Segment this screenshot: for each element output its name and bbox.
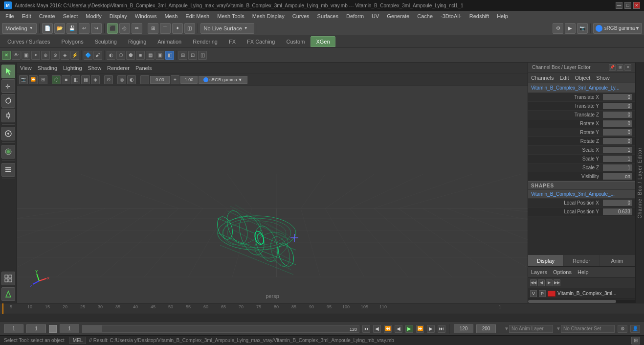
save-file-btn[interactable]: 💾 (67, 23, 77, 34)
script-type[interactable]: MEL (69, 337, 87, 344)
show-manipulator-btn[interactable]: ⚡ (70, 51, 79, 60)
vp-shadow-btn[interactable]: ◈ (91, 75, 100, 84)
open-file-btn[interactable]: 📂 (54, 23, 65, 34)
layer-visibility-btn[interactable]: V (530, 290, 537, 297)
render-settings-btn[interactable]: ⚙ (553, 23, 563, 34)
layer-scroll[interactable] (528, 299, 635, 303)
minimize-btn[interactable]: — (616, 2, 622, 9)
sculpt-btn[interactable]: 🔷 (84, 51, 92, 60)
dt-tab-render[interactable]: Render (564, 255, 600, 266)
menu-surfaces[interactable]: Surfaces (314, 12, 342, 20)
res-btn[interactable]: ◫ (198, 51, 207, 60)
vp-gamma-value[interactable]: 1.00 (180, 76, 198, 84)
channel-float-btn[interactable]: ⊞ (617, 64, 623, 71)
vp-grid-toggle-btn[interactable]: ⊞ (39, 75, 47, 84)
vp-lighting[interactable]: Lighting (63, 65, 82, 71)
menu-file[interactable]: File (2, 12, 18, 20)
menu-windows[interactable]: Windows (132, 12, 160, 20)
eye-btn[interactable]: 👁 (12, 51, 21, 60)
next-key-btn[interactable]: ⏩ (416, 325, 424, 333)
vp-exposure-value[interactable]: 0.00 (150, 76, 170, 84)
menu-help[interactable]: Help (493, 12, 511, 20)
xray-btn[interactable]: ◐ (107, 51, 115, 60)
snap-grid-btn[interactable]: ⊞ (148, 23, 158, 34)
snap-point-btn[interactable]: ✦ (172, 23, 183, 34)
rotate-tool-sidebar-btn[interactable] (1, 94, 15, 108)
vp-exposure-plus-btn[interactable]: + (171, 75, 179, 84)
menu-cache[interactable]: Cache (414, 12, 436, 20)
skip-to-end-btn[interactable]: ⏭ (438, 325, 445, 333)
rotate-tool-btn[interactable]: ⊕ (41, 51, 50, 60)
menu-generate[interactable]: Generate (383, 12, 413, 20)
menu-mesh-display[interactable]: Mesh Display (249, 12, 288, 20)
bounding-btn[interactable]: ▣ (155, 51, 164, 60)
solid-btn[interactable]: ■ (136, 51, 145, 60)
scale-tool-sidebar-btn[interactable] (1, 109, 15, 122)
menu-mesh-tools[interactable]: Mesh Tools (214, 12, 247, 20)
paint-attr-btn[interactable]: 🖌 (93, 51, 102, 60)
vp-shading[interactable]: Shading (38, 65, 57, 71)
tab-fx-caching[interactable]: FX Caching (242, 36, 280, 47)
undo-btn[interactable]: ↩ (79, 23, 89, 34)
vp-light-shaded-btn[interactable]: ◧ (71, 75, 80, 84)
menu-deform[interactable]: Deform (343, 12, 367, 20)
frame-input-2[interactable] (60, 324, 79, 333)
last-tool-btn[interactable] (1, 127, 15, 140)
vp-exposure-minus-btn[interactable]: — (140, 75, 149, 84)
wireframe-btn[interactable]: ⬡ (116, 51, 125, 60)
vp-smooth-btn[interactable]: ◎ (117, 75, 126, 84)
ch-value-scale-x[interactable]: 1 (603, 147, 632, 153)
ch-menu-channels[interactable]: Channels (531, 75, 554, 81)
char-set-display[interactable]: No Character Set (561, 325, 615, 333)
viewport-canvas[interactable]: persp X Y Z (17, 86, 528, 303)
maximize-btn[interactable]: □ (624, 2, 631, 9)
menu-display[interactable]: Display (106, 12, 131, 20)
vp-panels[interactable]: Panels (135, 65, 152, 71)
tab-rendering[interactable]: Rendering (187, 36, 223, 47)
tab-custom[interactable]: Custom (281, 36, 311, 47)
tab-animation[interactable]: Animation (152, 36, 187, 47)
max-frame-input[interactable] (476, 324, 496, 333)
layer-fwd-btn[interactable]: ▶▶ (554, 279, 560, 286)
timeline-scrubber[interactable]: 120 (82, 325, 359, 333)
vp-renderer[interactable]: Renderer (107, 65, 130, 71)
close-btn[interactable]: ✕ (633, 2, 640, 9)
vp-cam-btn[interactable]: 📷 (19, 75, 28, 84)
tab-sculpting[interactable]: Sculpting (89, 36, 122, 47)
prev-frame-btn[interactable]: ◀ (373, 325, 381, 333)
next-frame-btn[interactable]: ▶ (427, 325, 435, 333)
vp-aa-btn[interactable]: ◐ (127, 75, 136, 84)
menu-uv[interactable]: UV (368, 12, 382, 20)
vp-show[interactable]: Show (88, 65, 102, 71)
ch-menu-object[interactable]: Object (575, 75, 590, 81)
ch-menu-edit[interactable]: Edit (559, 75, 569, 81)
prev-key-btn[interactable]: ⏪ (384, 325, 392, 333)
workspace-dropdown[interactable]: Modeling ▼ (2, 23, 37, 34)
start-frame-input[interactable] (4, 324, 23, 333)
universal-btn[interactable]: ◈ (61, 51, 69, 60)
char-set-settings-btn[interactable]: 👤 (630, 325, 640, 333)
vp-wireframe-shaded-btn[interactable]: ⬡ (52, 75, 61, 84)
menu-create[interactable]: Create (36, 12, 59, 20)
menu-modify[interactable]: Modify (82, 12, 105, 20)
layer-next-btn[interactable]: ▶ (546, 279, 553, 286)
layer-color-swatch[interactable] (548, 291, 555, 297)
play-btn[interactable]: ▶ (405, 325, 413, 333)
menu-select[interactable]: Select (60, 12, 82, 20)
tab-xgen[interactable]: XGen (311, 36, 335, 47)
ch-value-local-pos-y[interactable]: 0.633 (603, 208, 632, 215)
snap-curve-btn[interactable]: ⌒ (160, 23, 171, 34)
layer-playback-btn[interactable]: P (539, 290, 546, 297)
playback-end-input[interactable] (454, 324, 473, 333)
new-file-btn[interactable]: 📄 (42, 23, 53, 34)
vp-texture-btn2[interactable]: ▦ (81, 75, 90, 84)
select-tool-btn[interactable] (1, 65, 15, 78)
menu-curves[interactable]: Curves (289, 12, 313, 20)
viewport[interactable]: View Shading Lighting Show Renderer Pane… (17, 63, 528, 303)
select-object-btn[interactable]: ✕ (2, 51, 11, 60)
ch-value-local-pos-x[interactable]: 0 (603, 200, 632, 206)
play-back-btn[interactable]: ◀ (395, 325, 402, 333)
soft-select-btn[interactable] (1, 145, 15, 159)
cam-btn[interactable]: ⊡ (188, 51, 197, 60)
tab-curves-surfaces[interactable]: Curves / Surfaces (2, 36, 55, 47)
